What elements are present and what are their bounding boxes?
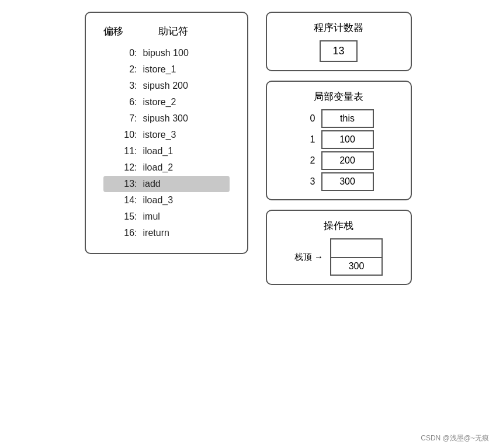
operand-stack-title: 操作栈 (279, 219, 399, 232)
stack-area: 栈顶 → 300 (279, 238, 399, 276)
instruction-row: 2:istore_1 (103, 61, 230, 78)
left-panel: 偏移 助记符 0:bipush 1002:istore_13:sipush 20… (85, 12, 248, 254)
pc-container: 13 (279, 40, 399, 62)
instruction-row: 3:sipush 200 (103, 78, 230, 94)
operand-stack-box: 操作栈 栈顶 → 300 (266, 210, 412, 285)
col-mnemonic-label: 助记符 (158, 25, 188, 38)
instruction-mnemonic: bipush 100 (143, 48, 189, 58)
lv-index: 3 (304, 176, 315, 187)
instruction-offset: 10: (108, 130, 137, 140)
instruction-offset: 15: (108, 211, 137, 222)
program-counter-title: 程序计数器 (279, 21, 399, 34)
lv-row: 1100 (304, 130, 374, 149)
lv-cell: this (321, 109, 374, 128)
main-container: 偏移 助记符 0:bipush 1002:istore_13:sipush 20… (85, 12, 412, 285)
instruction-row: 16:ireturn (103, 225, 230, 241)
instruction-offset: 6: (108, 97, 137, 107)
right-panel: 程序计数器 13 局部变量表 0this110022003300 操作栈 栈顶 … (266, 12, 412, 285)
stack-cell: 300 (330, 257, 383, 276)
col-offset-label: 偏移 (103, 25, 123, 38)
instruction-offset: 0: (108, 48, 137, 58)
lv-cell: 200 (321, 151, 374, 170)
instruction-row: 14:iload_3 (103, 192, 230, 209)
lv-row: 3300 (304, 172, 374, 191)
pc-value: 13 (320, 40, 357, 62)
instruction-list: 0:bipush 1002:istore_13:sipush 2006:isto… (103, 45, 230, 241)
lv-index: 2 (304, 155, 315, 166)
instruction-row: 12:iload_2 (103, 159, 230, 176)
instruction-row: 7:sipush 300 (103, 110, 230, 127)
instruction-row: 6:istore_2 (103, 94, 230, 110)
stack-top-label: 栈顶 → (294, 252, 323, 263)
instruction-row: 0:bipush 100 (103, 45, 230, 61)
instruction-mnemonic: istore_2 (143, 97, 176, 107)
instruction-mnemonic: imul (143, 211, 160, 222)
instruction-mnemonic: sipush 300 (143, 113, 188, 124)
instruction-row: 10:istore_3 (103, 127, 230, 143)
instruction-mnemonic: iadd (143, 179, 161, 189)
instruction-offset: 11: (108, 146, 137, 157)
instruction-offset: 13: (108, 179, 137, 189)
lv-index: 1 (304, 134, 315, 145)
instruction-offset: 3: (108, 81, 137, 91)
watermark: CSDN @浅墨@~无痕 (421, 433, 489, 443)
lv-row: 0this (304, 109, 374, 128)
instruction-row: 15:imul (103, 209, 230, 225)
instruction-offset: 12: (108, 162, 137, 173)
lv-cell: 100 (321, 130, 374, 149)
stack-cells: 300 (330, 238, 383, 276)
instruction-mnemonic: ireturn (143, 228, 169, 238)
instruction-row: 13:iadd (103, 176, 230, 192)
instruction-mnemonic: istore_3 (143, 130, 176, 140)
instruction-offset: 14: (108, 195, 137, 206)
stack-cell (330, 238, 383, 257)
lv-row: 2200 (304, 151, 374, 170)
instruction-offset: 2: (108, 64, 137, 75)
instruction-mnemonic: sipush 200 (143, 81, 188, 91)
instruction-offset: 16: (108, 228, 137, 238)
instruction-mnemonic: iload_3 (143, 195, 174, 206)
instruction-mnemonic: iload_1 (143, 146, 174, 157)
program-counter-box: 程序计数器 13 (266, 12, 412, 71)
header-row: 偏移 助记符 (103, 25, 230, 38)
instruction-mnemonic: iload_2 (143, 162, 174, 173)
lv-table: 0this110022003300 (279, 109, 399, 191)
local-variable-table-box: 局部变量表 0this110022003300 (266, 81, 412, 200)
local-variable-table-title: 局部变量表 (279, 90, 399, 103)
lv-cell: 300 (321, 172, 374, 191)
instruction-row: 11:iload_1 (103, 143, 230, 159)
instruction-mnemonic: istore_1 (143, 64, 176, 75)
lv-index: 0 (304, 113, 315, 124)
instruction-offset: 7: (108, 113, 137, 124)
